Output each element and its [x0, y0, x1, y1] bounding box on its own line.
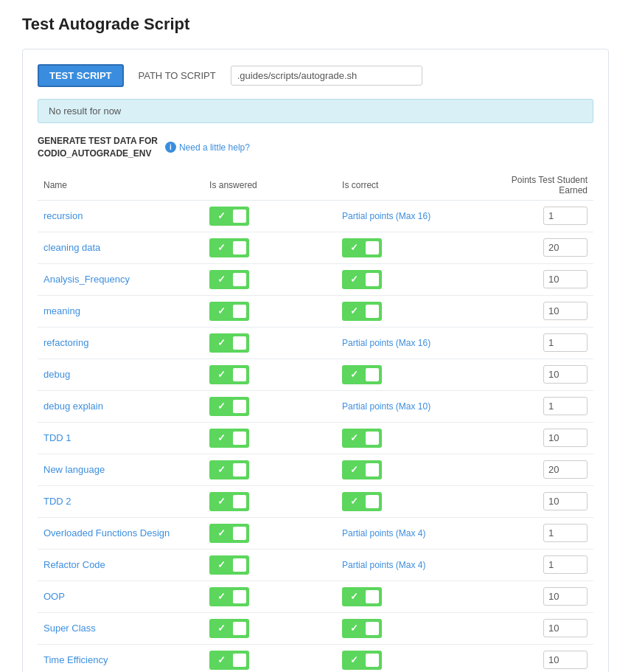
toolbar-row: TEST SCRIPT PATH TO SCRIPT	[38, 64, 593, 87]
toggle-knob	[366, 654, 379, 667]
partial-points-text: Partial points (Max 16)	[342, 338, 430, 348]
partial-points-text: Partial points (Max 4)	[342, 528, 425, 538]
correct-toggle[interactable]: ✓	[342, 302, 382, 321]
toggle-knob	[233, 527, 246, 540]
table-row: TDD 1✓✓	[38, 422, 593, 454]
row-name: Refactor Code	[43, 559, 105, 570]
answered-toggle[interactable]: ✓	[209, 270, 249, 289]
row-name: recursion	[43, 210, 83, 221]
toggle-knob	[233, 622, 246, 635]
toggle-check-icon: ✓	[345, 432, 363, 443]
table-row: Super Class✓✓	[38, 612, 593, 644]
points-input[interactable]	[543, 524, 588, 542]
answered-toggle[interactable]: ✓	[209, 555, 249, 575]
test-script-button[interactable]: TEST SCRIPT	[38, 64, 124, 87]
path-input[interactable]	[231, 66, 422, 86]
points-input[interactable]	[543, 587, 588, 606]
points-input[interactable]	[543, 492, 588, 510]
no-result-banner: No result for now	[38, 99, 593, 123]
help-text: Need a little help?	[179, 142, 250, 153]
points-input[interactable]	[543, 365, 588, 384]
answered-toggle[interactable]: ✓	[209, 397, 249, 416]
toggle-knob	[233, 654, 246, 667]
answered-toggle[interactable]: ✓	[209, 460, 249, 479]
toggle-check-icon: ✓	[212, 464, 231, 475]
answered-toggle[interactable]: ✓	[209, 429, 249, 448]
points-input[interactable]	[543, 302, 588, 320]
points-input[interactable]	[543, 460, 588, 479]
answered-toggle[interactable]: ✓	[209, 302, 249, 321]
table-row: debug explain✓Partial points (Max 10)	[38, 390, 593, 422]
table-row: OOP✓✓	[38, 581, 593, 612]
correct-toggle[interactable]: ✓	[342, 492, 382, 511]
toggle-check-icon: ✓	[345, 274, 363, 285]
points-input[interactable]	[543, 429, 588, 447]
answered-toggle[interactable]: ✓	[209, 207, 249, 226]
table-row: Time Efficiency✓✓	[38, 644, 593, 672]
toggle-check-icon: ✓	[345, 242, 363, 253]
toggle-check-icon: ✓	[345, 591, 363, 602]
row-name: Time Efficiency	[43, 654, 108, 665]
points-input[interactable]	[543, 651, 588, 669]
toggle-check-icon: ✓	[345, 623, 363, 634]
answered-toggle[interactable]: ✓	[209, 492, 249, 511]
help-link[interactable]: i Need a little help?	[165, 142, 250, 153]
toggle-knob	[233, 400, 246, 413]
points-input[interactable]	[543, 619, 588, 637]
toggle-check-icon: ✓	[212, 369, 231, 380]
row-name: refactoring	[43, 337, 88, 348]
th-answered: Is answered	[203, 170, 336, 201]
toggle-knob	[366, 305, 379, 318]
correct-toggle[interactable]: ✓	[342, 270, 382, 289]
points-input[interactable]	[543, 207, 588, 225]
th-name: Name	[38, 170, 203, 201]
table-row: TDD 2✓✓	[38, 485, 593, 517]
row-name: Analysis_Frequency	[43, 274, 130, 285]
toggle-knob	[233, 558, 246, 572]
table-row: Refactor Code✓Partial points (Max 4)	[38, 549, 593, 581]
toggle-check-icon: ✓	[212, 305, 231, 316]
toggle-check-icon: ✓	[212, 274, 231, 285]
table-row: cleaning data✓✓	[38, 232, 593, 263]
th-points: Points Test Student Earned	[486, 170, 593, 201]
answered-toggle[interactable]: ✓	[209, 333, 249, 353]
answered-toggle[interactable]: ✓	[209, 619, 249, 638]
answered-toggle[interactable]: ✓	[209, 651, 249, 670]
toggle-knob	[233, 463, 246, 477]
toggle-knob	[233, 273, 246, 286]
correct-toggle[interactable]: ✓	[342, 429, 382, 448]
correct-toggle[interactable]: ✓	[342, 460, 382, 479]
table-row: debug✓✓	[38, 358, 593, 390]
table-row: refactoring✓Partial points (Max 16)	[38, 327, 593, 358]
points-input[interactable]	[543, 238, 588, 257]
toggle-check-icon: ✓	[345, 305, 363, 316]
correct-toggle[interactable]: ✓	[342, 651, 382, 670]
answered-toggle[interactable]: ✓	[209, 238, 249, 257]
correct-toggle[interactable]: ✓	[342, 238, 382, 257]
points-input[interactable]	[543, 555, 588, 574]
toggle-check-icon: ✓	[345, 496, 363, 507]
toggle-check-icon: ✓	[345, 464, 363, 475]
points-input[interactable]	[543, 397, 588, 415]
row-name: Super Class	[43, 623, 96, 634]
toggle-check-icon: ✓	[212, 654, 231, 665]
toggle-knob	[233, 305, 246, 318]
toggle-check-icon: ✓	[212, 623, 231, 634]
row-name: cleaning data	[43, 242, 100, 253]
table-row: recursion✓Partial points (Max 16)	[38, 200, 593, 232]
answered-toggle[interactable]: ✓	[209, 587, 249, 606]
answered-toggle[interactable]: ✓	[209, 524, 249, 543]
table-row: Analysis_Frequency✓✓	[38, 263, 593, 295]
table-row: New language✓✓	[38, 454, 593, 485]
toggle-check-icon: ✓	[345, 654, 363, 665]
toggle-knob	[233, 241, 246, 254]
row-name: Overloaded Functions Design	[43, 527, 170, 538]
toggle-check-icon: ✓	[212, 337, 231, 348]
points-input[interactable]	[543, 333, 588, 352]
correct-toggle[interactable]: ✓	[342, 365, 382, 384]
correct-toggle[interactable]: ✓	[342, 619, 382, 638]
points-input[interactable]	[543, 270, 588, 288]
correct-toggle[interactable]: ✓	[342, 587, 382, 606]
path-label: PATH TO SCRIPT	[139, 70, 216, 81]
answered-toggle[interactable]: ✓	[209, 365, 249, 384]
